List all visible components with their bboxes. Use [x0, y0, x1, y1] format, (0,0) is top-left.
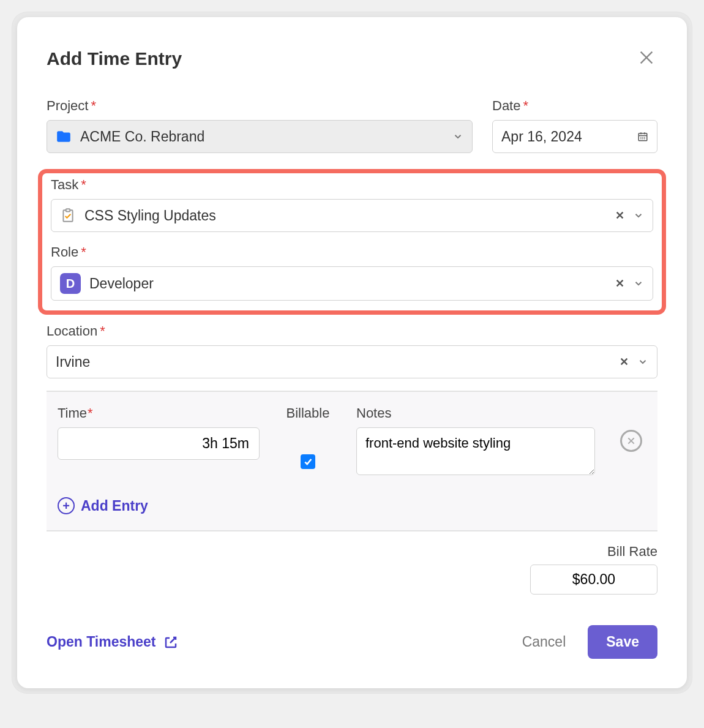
billrate-label: Bill Rate — [607, 544, 657, 560]
billable-checkbox[interactable] — [301, 454, 315, 469]
clear-task-button[interactable]: ✕ — [615, 209, 624, 222]
chevron-down-icon — [633, 210, 644, 221]
save-button[interactable]: Save — [588, 625, 657, 659]
close-button[interactable] — [635, 47, 657, 71]
add-time-entry-dialog: Add Time Entry Project* ACME Co. Rebrand — [17, 17, 687, 688]
billable-label: Billable — [280, 405, 335, 421]
chevron-down-icon — [637, 356, 648, 367]
chevron-down-icon — [633, 278, 644, 289]
role-badge-icon: D — [60, 273, 81, 294]
clear-location-button[interactable]: ✕ — [620, 355, 629, 369]
checkmark-icon — [303, 457, 313, 467]
clear-role-button[interactable]: ✕ — [615, 277, 624, 290]
svg-rect-13 — [66, 209, 70, 211]
delete-entry-button[interactable] — [620, 430, 642, 452]
date-input[interactable]: Apr 16, 2024 — [492, 120, 657, 153]
time-label: Time* — [58, 405, 260, 421]
clipboard-icon — [60, 208, 76, 223]
location-value: Irvine — [56, 354, 620, 370]
time-input[interactable] — [58, 427, 260, 460]
close-icon — [626, 436, 636, 446]
cancel-button[interactable]: Cancel — [519, 633, 570, 651]
task-select[interactable]: CSS Styling Updates ✕ — [51, 199, 653, 232]
dialog-title: Add Time Entry — [47, 48, 182, 69]
role-label: Role* — [51, 244, 653, 260]
open-timesheet-label: Open Timesheet — [47, 634, 156, 650]
project-label: Project* — [47, 98, 473, 114]
location-select[interactable]: Irvine ✕ — [47, 345, 657, 378]
folder-icon — [56, 129, 72, 144]
external-link-icon — [163, 635, 178, 650]
notes-label: Notes — [356, 405, 595, 421]
open-timesheet-link[interactable]: Open Timesheet — [47, 634, 178, 650]
task-label: Task* — [51, 177, 653, 193]
add-entry-label: Add Entry — [81, 498, 148, 514]
notes-input[interactable] — [356, 427, 595, 475]
chevron-down-icon — [452, 131, 463, 142]
project-value: ACME Co. Rebrand — [80, 129, 452, 145]
role-select[interactable]: D Developer ✕ — [51, 266, 653, 301]
add-entry-button[interactable]: + Add Entry — [58, 497, 646, 514]
highlighted-area: Task* CSS Styling Updates ✕ Role* D — [38, 169, 666, 315]
role-value: Developer — [89, 276, 615, 292]
plus-circle-icon: + — [58, 497, 75, 514]
calendar-icon — [637, 131, 648, 142]
time-entries-section: Time* Billable Notes — [47, 391, 657, 531]
task-value: CSS Styling Updates — [84, 208, 615, 224]
billrate-input[interactable] — [530, 565, 657, 595]
location-label: Location* — [47, 323, 657, 339]
date-value: Apr 16, 2024 — [501, 129, 637, 145]
close-icon — [638, 49, 655, 66]
project-select[interactable]: ACME Co. Rebrand — [47, 120, 473, 153]
date-label: Date* — [492, 98, 657, 114]
